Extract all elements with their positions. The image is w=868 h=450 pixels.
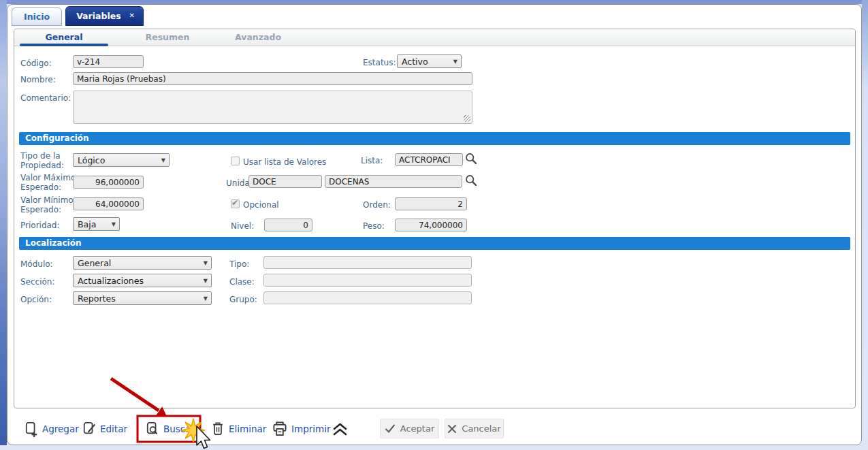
orden-input[interactable]: 2 bbox=[395, 197, 467, 210]
prioridad-label: Prioridad: bbox=[20, 221, 60, 230]
section-configuracion: Configuración bbox=[19, 132, 850, 145]
x-icon bbox=[447, 424, 457, 434]
tipo-propiedad-label: Tipo de la Propiedad: bbox=[20, 151, 75, 171]
usar-lista-checkbox[interactable] bbox=[231, 157, 240, 165]
section-localizacion: Localización bbox=[19, 237, 850, 250]
add-document-icon bbox=[25, 421, 38, 438]
subtab-resumen-label: Resumen bbox=[146, 32, 190, 42]
estatus-label: Estatus: bbox=[363, 58, 396, 67]
tab-variables-label: Variables bbox=[76, 11, 120, 21]
unidad-name-input[interactable]: DOCENAS bbox=[325, 175, 462, 188]
lista-input[interactable]: ACTCROPACI bbox=[395, 153, 463, 166]
resize-grip-icon[interactable] bbox=[464, 115, 470, 122]
tipo-label: Tipo: bbox=[229, 259, 249, 269]
codigo-input[interactable]: v-214 bbox=[73, 55, 144, 68]
peso-label: Peso: bbox=[363, 221, 385, 231]
nombre-label: Nombre: bbox=[20, 75, 56, 84]
printer-icon bbox=[272, 421, 287, 437]
edit-document-icon bbox=[82, 421, 96, 438]
modulo-label: Módulo: bbox=[20, 259, 53, 269]
opcion-select[interactable]: Reportes bbox=[73, 291, 212, 305]
cancelar-button[interactable]: Cancelar bbox=[445, 419, 504, 438]
comentario-textarea[interactable] bbox=[73, 91, 472, 124]
search-document-icon bbox=[146, 421, 159, 438]
subtab-avanzado[interactable]: Avanzado bbox=[214, 29, 302, 46]
form-panel: General Resumen Avanzado Código: v-214 E… bbox=[14, 29, 856, 408]
tipo-input[interactable] bbox=[263, 256, 472, 269]
lista-search-icon[interactable] bbox=[465, 152, 477, 165]
unidad-search-icon[interactable] bbox=[465, 174, 477, 187]
agregar-label: Agregar bbox=[42, 423, 79, 434]
imprimir-button[interactable]: Imprimir bbox=[272, 420, 330, 438]
opcional-checkbox[interactable] bbox=[231, 199, 240, 208]
seccion-label: Sección: bbox=[20, 277, 55, 287]
estatus-select[interactable]: Activo bbox=[397, 54, 462, 68]
valor-minimo-input[interactable]: 64,000000 bbox=[73, 197, 144, 210]
tab-inicio-label: Inicio bbox=[24, 12, 50, 22]
subtab-general[interactable]: General bbox=[20, 29, 108, 46]
nivel-input[interactable]: 0 bbox=[264, 219, 312, 231]
check-icon bbox=[385, 423, 396, 434]
grupo-input[interactable] bbox=[263, 291, 472, 304]
tipo-propiedad-select[interactable]: Lógico bbox=[73, 153, 170, 167]
orden-label: Orden: bbox=[363, 200, 391, 210]
buscar-button[interactable]: Buscar bbox=[146, 420, 195, 438]
buscar-label: Buscar bbox=[163, 423, 195, 434]
lista-label: Lista: bbox=[361, 156, 383, 165]
eliminar-button[interactable]: Eliminar bbox=[211, 420, 266, 438]
comentario-label: Comentario: bbox=[20, 93, 71, 103]
prioridad-select[interactable]: Baja bbox=[73, 217, 120, 231]
tab-inicio[interactable]: Inicio bbox=[12, 7, 62, 26]
opcional-label: Opcional bbox=[243, 200, 279, 210]
grupo-label: Grupo: bbox=[229, 295, 257, 304]
close-icon[interactable]: ✕ bbox=[129, 12, 135, 19]
subtab-avanzado-label: Avanzado bbox=[235, 32, 281, 42]
subtab-general-label: General bbox=[46, 32, 83, 42]
trash-icon bbox=[211, 421, 225, 438]
window-frame-left bbox=[0, 0, 7, 450]
eliminar-label: Eliminar bbox=[229, 423, 266, 434]
usar-lista-label: Usar lista de Valores bbox=[243, 157, 326, 167]
tab-variables[interactable]: Variables ✕ bbox=[65, 6, 144, 26]
window-frame-right bbox=[862, 0, 868, 450]
peso-input[interactable]: 74,000000 bbox=[395, 219, 467, 231]
window-frame-bottom bbox=[0, 445, 868, 450]
subtab-bar: General Resumen Avanzado bbox=[14, 29, 855, 46]
aceptar-button[interactable]: Aceptar bbox=[380, 419, 439, 438]
seccion-select[interactable]: Actualizaciones bbox=[73, 274, 212, 287]
chevron-double-up-icon bbox=[332, 422, 349, 436]
unidad-code-input[interactable]: DOCE bbox=[248, 175, 322, 188]
editar-label: Editar bbox=[100, 423, 127, 434]
nombre-input[interactable]: Maria Rojas (Pruebas) bbox=[73, 72, 472, 85]
codigo-label: Código: bbox=[20, 59, 52, 68]
clase-input[interactable] bbox=[263, 274, 472, 287]
valor-maximo-input[interactable]: 96,000000 bbox=[73, 176, 144, 189]
modulo-select[interactable]: General bbox=[73, 256, 212, 270]
agregar-button[interactable]: Agregar bbox=[25, 420, 79, 438]
collapse-toolbar-button[interactable] bbox=[332, 420, 349, 438]
opcion-label: Opción: bbox=[20, 295, 52, 304]
editar-button[interactable]: Editar bbox=[82, 420, 127, 438]
nivel-label: Nivel: bbox=[231, 221, 254, 231]
tab-bar: Inicio Variables ✕ bbox=[12, 5, 144, 26]
active-subtab-underline bbox=[20, 44, 108, 46]
aceptar-label: Aceptar bbox=[400, 423, 434, 434]
clase-label: Clase: bbox=[229, 277, 255, 287]
imprimir-label: Imprimir bbox=[291, 423, 330, 434]
cancelar-label: Cancelar bbox=[462, 423, 500, 434]
subtab-resumen[interactable]: Resumen bbox=[123, 29, 212, 46]
